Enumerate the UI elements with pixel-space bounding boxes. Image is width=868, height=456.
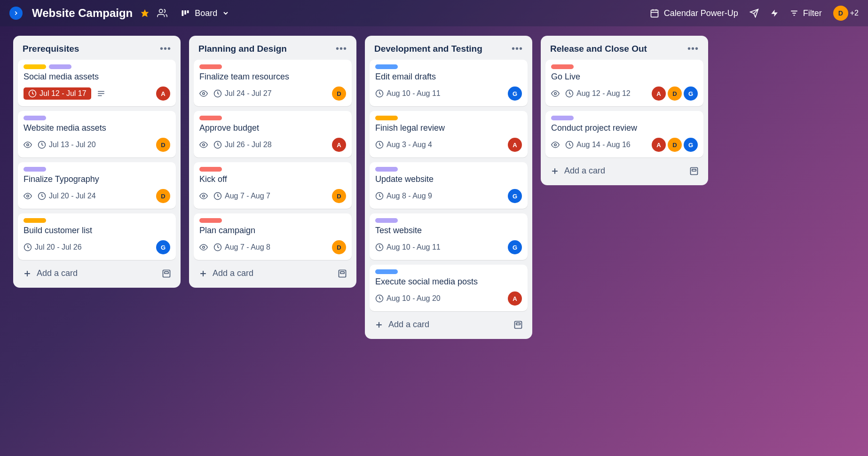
card-label[interactable] <box>24 64 46 69</box>
card-member[interactable]: A <box>652 138 666 152</box>
card[interactable]: Edit email drafts Aug 10 - Aug 11 G <box>370 60 528 106</box>
card[interactable]: Update website Aug 8 - Aug 9 G <box>370 162 528 209</box>
clock-icon <box>38 192 46 200</box>
card[interactable]: Social media assets Jul 12 - Jul 17 A <box>18 60 176 106</box>
card-label[interactable] <box>24 167 46 172</box>
card[interactable]: Website media assets Jul 13 - Jul 20 D <box>18 111 176 157</box>
card[interactable]: Finalize Typography Jul 20 - Jul 24 D <box>18 162 176 209</box>
card-label[interactable] <box>551 116 574 120</box>
card[interactable]: Approve budget Jul 26 - Jul 28 A <box>194 111 352 157</box>
list-title[interactable]: Development and Testing <box>374 44 482 54</box>
card[interactable]: Finalize team resources Jul 24 - Jul 27 … <box>194 60 352 106</box>
card-label[interactable] <box>199 218 222 223</box>
add-card-button[interactable]: Add a card <box>18 265 176 282</box>
card-template-icon[interactable] <box>689 166 699 176</box>
due-date-badge[interactable]: Aug 8 - Aug 9 <box>375 192 432 200</box>
card-member[interactable]: A <box>156 86 170 101</box>
card-member[interactable]: A <box>332 138 346 152</box>
card-template-icon[interactable] <box>338 269 347 278</box>
list-title[interactable]: Prerequisites <box>23 44 79 54</box>
card[interactable]: Kick off Aug 7 - Aug 7 D <box>194 162 352 209</box>
due-date-badge[interactable]: Aug 10 - Aug 11 <box>375 243 441 252</box>
clock-icon <box>38 141 46 149</box>
automation-icon[interactable] <box>770 8 779 18</box>
avatar[interactable]: D <box>833 6 848 21</box>
list-title[interactable]: Planning and Design <box>198 44 287 54</box>
rocket-icon[interactable] <box>750 8 759 18</box>
card-member[interactable]: A <box>652 86 666 101</box>
card-member[interactable]: G <box>684 86 698 101</box>
card[interactable]: Finish legal review Aug 3 - Aug 4 A <box>370 111 528 157</box>
view-switcher[interactable]: Board <box>181 8 229 18</box>
card-title: Update website <box>375 174 522 184</box>
due-date-badge[interactable]: Aug 12 - Aug 12 <box>565 89 631 98</box>
card[interactable]: Go Live Aug 12 - Aug 12 ADG <box>545 60 703 106</box>
card-label[interactable] <box>375 64 398 69</box>
card-label[interactable] <box>375 269 398 274</box>
card-member[interactable]: D <box>668 138 682 152</box>
due-date-badge[interactable]: Jul 24 - Jul 27 <box>213 89 272 98</box>
card-label[interactable] <box>375 218 398 223</box>
workspace-visibility-icon[interactable] <box>157 8 167 18</box>
card[interactable]: Execute social media posts Aug 10 - Aug … <box>370 265 528 311</box>
card[interactable]: Conduct project review Aug 14 - Aug 16 A… <box>545 111 703 157</box>
list-menu-button[interactable]: ••• <box>160 43 171 54</box>
card-label[interactable] <box>199 116 222 120</box>
watch-icon <box>199 89 208 98</box>
card-label[interactable] <box>551 64 574 69</box>
due-date-badge[interactable]: Aug 10 - Aug 20 <box>375 294 441 303</box>
card-member[interactable]: G <box>508 240 522 254</box>
card-label[interactable] <box>24 218 46 223</box>
due-date-badge[interactable]: Jul 12 - Jul 17 <box>24 87 91 100</box>
add-card-button[interactable]: Add a card <box>194 265 352 282</box>
card[interactable]: Test website Aug 10 - Aug 11 G <box>370 213 528 260</box>
card[interactable]: Plan campaign Aug 7 - Aug 8 D <box>194 213 352 260</box>
card-label[interactable] <box>24 116 46 120</box>
filter-button[interactable]: Filter <box>790 8 822 18</box>
due-date-badge[interactable]: Jul 20 - Jul 26 <box>24 243 82 252</box>
expand-sidebar-button[interactable] <box>9 7 23 20</box>
clock-icon <box>375 89 384 98</box>
board-title[interactable]: Website Campaign <box>32 7 133 20</box>
card-label[interactable] <box>375 167 398 172</box>
card-member[interactable]: G <box>156 240 170 254</box>
card-member[interactable]: G <box>684 138 698 152</box>
card-member[interactable]: D <box>156 138 170 152</box>
card-member[interactable]: D <box>668 86 682 101</box>
card-member[interactable]: D <box>332 86 346 101</box>
card-template-icon[interactable] <box>513 320 523 330</box>
plus-icon <box>23 269 32 278</box>
add-card-button[interactable]: Add a card <box>370 316 528 333</box>
add-card-button[interactable]: Add a card <box>545 162 703 180</box>
due-date-badge[interactable]: Aug 14 - Aug 16 <box>565 141 631 149</box>
due-date-badge[interactable]: Jul 13 - Jul 20 <box>38 141 96 149</box>
star-icon[interactable] <box>140 8 150 18</box>
card-member[interactable]: A <box>508 291 522 306</box>
card-label[interactable] <box>49 64 71 69</box>
more-members-count[interactable]: +2 <box>850 9 859 17</box>
card-label[interactable] <box>199 64 222 69</box>
card-template-icon[interactable] <box>162 269 171 278</box>
card[interactable]: Build customer list Jul 20 - Jul 26 G <box>18 213 176 260</box>
list-menu-button[interactable]: ••• <box>336 43 347 54</box>
card-member[interactable]: G <box>508 86 522 101</box>
card-member[interactable]: D <box>156 189 170 203</box>
card-member[interactable]: D <box>332 189 346 203</box>
due-date-badge[interactable]: Aug 10 - Aug 11 <box>375 89 441 98</box>
member-avatars[interactable]: D +2 <box>833 6 859 21</box>
calendar-power-up-button[interactable]: Calendar Power-Up <box>650 8 738 18</box>
list-title[interactable]: Release and Close Out <box>550 44 647 54</box>
due-date-badge[interactable]: Jul 20 - Jul 24 <box>38 192 96 200</box>
list-menu-button[interactable]: ••• <box>687 43 699 54</box>
card-member[interactable]: D <box>332 240 346 254</box>
list-menu-button[interactable]: ••• <box>512 43 523 54</box>
card-member[interactable]: G <box>508 189 522 203</box>
card-member[interactable]: A <box>508 138 522 152</box>
card-label[interactable] <box>199 167 222 172</box>
due-date-badge[interactable]: Aug 7 - Aug 8 <box>213 243 270 252</box>
due-date-badge[interactable]: Aug 3 - Aug 4 <box>375 141 432 149</box>
card-label[interactable] <box>375 116 398 120</box>
svg-rect-27 <box>165 271 168 273</box>
due-date-badge[interactable]: Jul 26 - Jul 28 <box>213 141 272 149</box>
due-date-badge[interactable]: Aug 7 - Aug 7 <box>213 192 270 200</box>
